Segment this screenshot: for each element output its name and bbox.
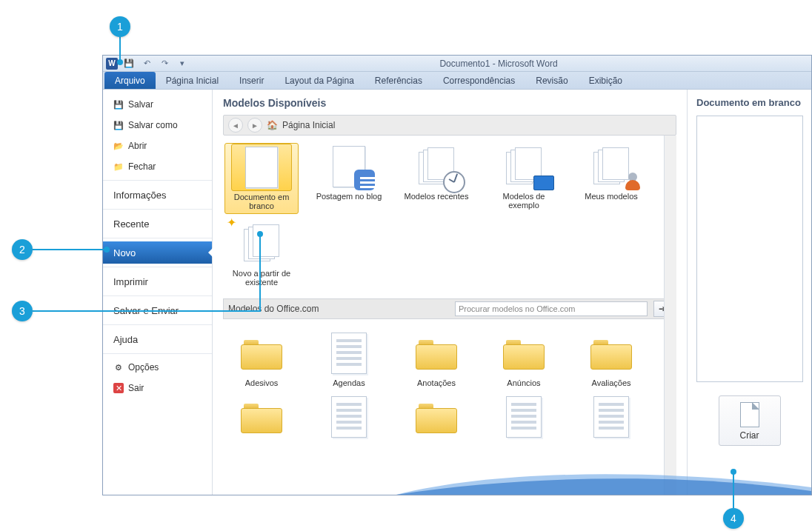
sidebar-item-save[interactable]: 💾Salvar <box>103 94 212 115</box>
sidebar-label: Fechar <box>128 161 156 172</box>
template-label: Modelos de exemplo <box>487 192 561 210</box>
new-from-existing-icon: ✦ <box>231 220 292 267</box>
new-document-icon <box>740 402 759 427</box>
exit-icon: ✕ <box>113 383 124 393</box>
template-recent[interactable]: Modelos recentes <box>399 143 473 214</box>
separator <box>103 238 212 238</box>
home-icon[interactable]: 🏠 <box>267 120 278 130</box>
tab-file[interactable]: Arquivo <box>104 72 156 89</box>
category-agendas[interactable]: Agendas <box>312 330 386 387</box>
search-templates-input[interactable]: Procurar modelos no Office.com <box>455 301 648 316</box>
saveas-icon: 💾 <box>113 120 124 130</box>
scrollbar[interactable] <box>664 136 676 495</box>
callout-3: 3 <box>12 301 33 321</box>
folder-icon: 📁 <box>113 161 124 172</box>
sidebar-item-help[interactable]: Ajuda <box>103 328 212 350</box>
templates-panel: Modelos Disponíveis ◄ ► 🏠 Página Inicial… <box>213 90 687 495</box>
callout-3-dot <box>257 231 263 237</box>
category-more-2[interactable] <box>312 393 386 441</box>
category-anuncios[interactable]: Anúncios <box>487 330 561 387</box>
tab-home[interactable]: Página Inicial <box>156 72 229 89</box>
callout-4-dot <box>731 469 736 475</box>
sidebar-item-print[interactable]: Imprimir <box>103 270 212 293</box>
tab-insert[interactable]: Inserir <box>229 72 274 89</box>
create-label: Criar <box>740 430 759 441</box>
sidebar-item-options[interactable]: ⚙Opções <box>103 357 212 378</box>
document-stack-icon <box>319 393 379 441</box>
qat-save-icon[interactable]: 💾 <box>122 57 136 70</box>
category-label: Avaliações <box>592 378 631 387</box>
sidebar-item-close[interactable]: 📁Fechar <box>103 156 212 177</box>
breadcrumb-bar: ◄ ► 🏠 Página Inicial <box>223 115 676 136</box>
officecom-bar: Modelos do Office.com Procurar modelos n… <box>223 298 676 319</box>
tab-pagelayout[interactable]: Layout da Página <box>274 72 364 89</box>
templates-grid: Documento em branco Postagem no blog Mod… <box>223 136 676 294</box>
callout-2-dot <box>104 247 110 253</box>
template-label: Novo a partir de existente <box>224 269 299 287</box>
preview-title: Documento em branco <box>696 97 802 108</box>
separator <box>103 324 212 325</box>
qat-redo-icon[interactable]: ↷ <box>158 57 171 70</box>
folder-icon <box>581 330 642 377</box>
template-new-from-existing[interactable]: ✦ Novo a partir de existente <box>224 220 299 287</box>
callout-3-line-h <box>33 310 259 312</box>
sample-templates-icon <box>493 143 554 190</box>
qat-undo-icon[interactable]: ↶ <box>140 57 153 70</box>
category-more-4[interactable] <box>487 393 561 441</box>
qat-customize-icon[interactable]: ▾ <box>176 57 189 70</box>
available-templates-heading: Modelos Disponíveis <box>223 97 676 109</box>
separator <box>103 353 212 354</box>
category-label: Adesivos <box>245 378 279 387</box>
save-icon: 💾 <box>113 99 124 110</box>
preview-panel: Documento em branco Criar <box>687 90 811 495</box>
options-icon: ⚙ <box>113 362 124 373</box>
category-adesivos[interactable]: Adesivos <box>224 330 299 387</box>
ribbon-tabs: Arquivo Página Inicial Inserir Layout da… <box>103 72 811 90</box>
category-more-5[interactable] <box>574 393 648 441</box>
sidebar-item-info[interactable]: Informações <box>103 184 212 206</box>
officecom-heading: Modelos do Office.com <box>228 304 319 314</box>
sidebar-item-exit[interactable]: ✕Sair <box>103 378 212 398</box>
folder-icon <box>406 393 467 441</box>
blank-document-icon <box>231 144 292 191</box>
tab-references[interactable]: Referências <box>365 72 433 89</box>
officecom-categories-grid: Adesivos Agendas Anotações Anúncios Aval… <box>223 319 676 448</box>
folder-icon <box>231 393 292 441</box>
folder-icon <box>231 330 292 377</box>
separator <box>103 267 212 267</box>
callout-1: 1 <box>110 16 130 37</box>
callout-3-line-v <box>259 233 261 312</box>
template-sample[interactable]: Modelos de exemplo <box>487 143 561 214</box>
category-label: Anotações <box>417 378 456 387</box>
sidebar-item-recent[interactable]: Recente <box>103 213 212 235</box>
callout-1-line <box>119 37 121 61</box>
tab-review[interactable]: Revisão <box>525 72 578 89</box>
nav-back-icon[interactable]: ◄ <box>228 118 243 133</box>
sidebar-label: Salvar como <box>128 120 178 130</box>
nav-forward-icon[interactable]: ► <box>247 118 262 133</box>
backstage-main: Modelos Disponíveis ◄ ► 🏠 Página Inicial… <box>213 90 811 495</box>
template-my[interactable]: Meus modelos <box>574 143 648 214</box>
template-blog-post[interactable]: Postagem no blog <box>312 143 386 214</box>
create-button[interactable]: Criar <box>719 395 781 446</box>
tab-mailings[interactable]: Correspondências <box>433 72 525 89</box>
preview-page <box>696 116 803 382</box>
titlebar: W 💾 ↶ ↷ ▾ Documento1 - Microsoft Word <box>103 56 811 72</box>
tab-view[interactable]: Exibição <box>579 72 633 89</box>
backstage-body: 💾Salvar 💾Salvar como 📂Abrir 📁Fechar Info… <box>103 90 811 495</box>
callout-2-line <box>33 249 105 250</box>
sidebar-item-new[interactable]: Novo <box>103 241 212 264</box>
sidebar-label: Salvar <box>128 99 153 110</box>
document-stack-icon <box>493 393 554 441</box>
category-anotacoes[interactable]: Anotações <box>399 330 473 387</box>
window-title: Documento1 - Microsoft Word <box>189 59 808 69</box>
template-label: Postagem no blog <box>316 192 382 201</box>
category-more-3[interactable] <box>399 393 473 441</box>
folder-icon <box>493 330 554 377</box>
category-more-1[interactable] <box>224 393 299 441</box>
separator <box>103 295 212 296</box>
sidebar-item-saveas[interactable]: 💾Salvar como <box>103 115 212 136</box>
category-avaliacoes[interactable]: Avaliações <box>574 330 648 387</box>
sidebar-item-open[interactable]: 📂Abrir <box>103 136 212 156</box>
template-blank-document[interactable]: Documento em branco <box>224 143 299 214</box>
